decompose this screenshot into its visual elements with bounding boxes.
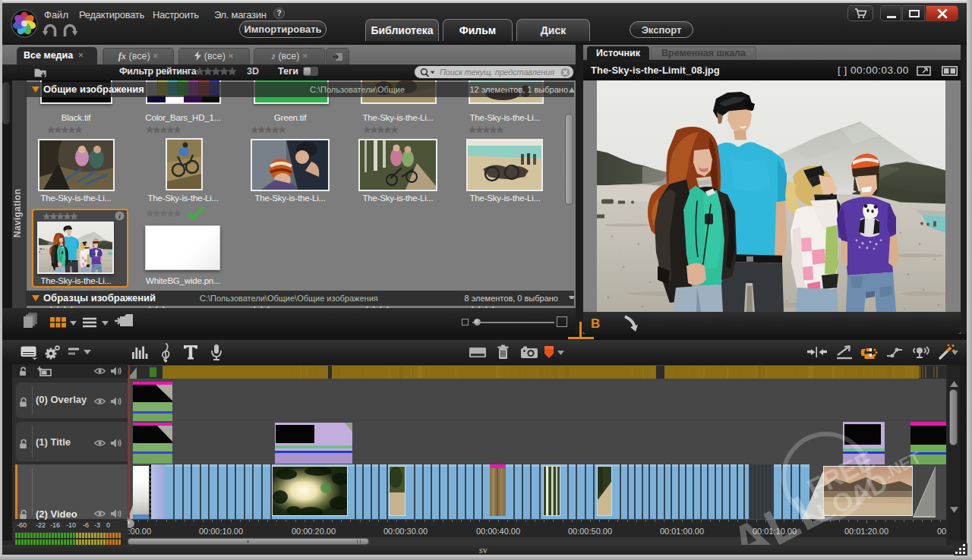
svg-text:?: ? <box>276 9 281 17</box>
svg-text:.NET: .NET <box>880 448 924 483</box>
